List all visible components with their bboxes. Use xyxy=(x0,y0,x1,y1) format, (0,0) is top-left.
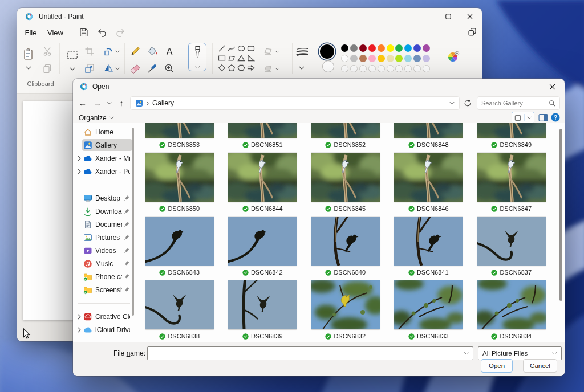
file-type-filter[interactable]: All Picture Files xyxy=(478,346,562,360)
palette-color[interactable] xyxy=(423,44,430,52)
forward-button[interactable]: → xyxy=(91,96,104,110)
palette-empty-slot[interactable] xyxy=(404,65,412,72)
shape-hexagon[interactable] xyxy=(237,64,245,72)
rotate-chevron-icon[interactable] xyxy=(115,50,120,53)
shape-outline-chevron-icon[interactable] xyxy=(275,50,279,53)
organize-button[interactable]: Organize xyxy=(79,112,114,123)
file-item[interactable]: DSCN6847 xyxy=(470,153,553,217)
palette-color[interactable] xyxy=(413,44,421,52)
file-item[interactable]: DSCN6832 xyxy=(304,280,387,342)
flip-button[interactable] xyxy=(103,63,113,74)
save-button[interactable] xyxy=(79,27,89,38)
palette-empty-slot[interactable] xyxy=(350,65,358,72)
resize-button[interactable] xyxy=(84,63,95,74)
file-item[interactable]: DSCN6852 xyxy=(304,123,387,153)
file-item[interactable]: DSCN6842 xyxy=(221,217,305,280)
paste-chevron-icon[interactable] xyxy=(26,66,31,70)
palette-color[interactable] xyxy=(395,55,403,62)
refresh-button[interactable] xyxy=(461,97,474,109)
palette-color[interactable] xyxy=(341,55,348,62)
back-button[interactable]: ← xyxy=(76,96,89,110)
crop-button[interactable] xyxy=(84,46,95,56)
file-item[interactable]: DSCN6837 xyxy=(470,217,553,280)
shape-line[interactable] xyxy=(218,44,226,52)
palette-empty-slot[interactable] xyxy=(378,65,385,72)
layers-button[interactable] xyxy=(468,27,477,36)
fill-tool-button[interactable] xyxy=(147,46,158,57)
sidebar-item-creative-cloud-f[interactable]: Creative Cloud F xyxy=(73,310,135,323)
shape-diamond[interactable] xyxy=(218,64,226,72)
file-item[interactable]: DSCN6851 xyxy=(221,123,305,153)
palette-color[interactable] xyxy=(423,55,430,62)
chevron-right-icon[interactable] xyxy=(75,314,83,320)
brushes-button[interactable] xyxy=(188,43,206,71)
file-name-input[interactable] xyxy=(148,349,464,357)
file-name-dropdown-icon[interactable] xyxy=(464,352,469,355)
pencil-tool-button[interactable] xyxy=(129,46,141,57)
palette-empty-slot[interactable] xyxy=(413,65,421,72)
paint-close-button[interactable] xyxy=(459,8,481,25)
palette-color[interactable] xyxy=(378,55,385,62)
file-item[interactable]: DSCN6834 xyxy=(470,280,553,342)
palette-color[interactable] xyxy=(359,55,367,62)
edit-colors-button[interactable] xyxy=(447,51,460,63)
cut-button[interactable] xyxy=(42,46,52,56)
address-dropdown-icon[interactable] xyxy=(449,101,455,105)
palette-color[interactable] xyxy=(404,44,412,52)
sidebar-item-screenshots[interactable]: Screenshots xyxy=(73,283,135,296)
flip-chevron-icon[interactable] xyxy=(115,67,120,70)
file-item[interactable]: DSCN6846 xyxy=(387,153,471,217)
select-chevron-icon[interactable] xyxy=(70,67,75,71)
palette-empty-slot[interactable] xyxy=(341,65,348,72)
secondary-color-swatch[interactable] xyxy=(322,60,334,72)
file-item[interactable]: DSCN6848 xyxy=(387,123,471,153)
up-button[interactable]: ↑ xyxy=(115,96,128,110)
palette-empty-slot[interactable] xyxy=(387,65,394,72)
text-tool-button[interactable]: A xyxy=(164,46,175,57)
palette-color[interactable] xyxy=(368,55,376,62)
chevron-right-icon[interactable] xyxy=(75,169,83,174)
palette-empty-slot[interactable] xyxy=(368,65,376,72)
preview-pane-button[interactable] xyxy=(538,113,548,122)
sidebar-item-pictures[interactable]: Pictures xyxy=(73,231,135,244)
palette-color[interactable] xyxy=(387,55,394,62)
palette-color[interactable] xyxy=(350,44,358,52)
sidebar-item-gallery[interactable]: Gallery xyxy=(73,138,135,152)
file-item[interactable]: DSCN6833 xyxy=(387,280,471,342)
copy-button[interactable] xyxy=(42,63,52,74)
address-bar[interactable]: › Gallery xyxy=(130,96,460,110)
shape-fill-button[interactable] xyxy=(263,64,273,73)
file-item[interactable]: DSCN6843 xyxy=(138,217,221,280)
shape-outline-button[interactable] xyxy=(263,47,273,56)
palette-color[interactable] xyxy=(387,44,394,52)
shape-fill-chevron-icon[interactable] xyxy=(275,67,279,70)
paint-minimize-button[interactable] xyxy=(416,8,437,25)
sidebar-item-phone-camer[interactable]: Phone camer xyxy=(73,270,135,283)
palette-empty-slot[interactable] xyxy=(359,65,367,72)
file-item[interactable]: DSCN6849 xyxy=(470,123,553,153)
sidebar-item-desktop[interactable]: Desktop xyxy=(73,191,135,205)
shape-oval[interactable] xyxy=(237,44,245,52)
search-input[interactable] xyxy=(481,100,546,107)
palette-color[interactable] xyxy=(413,55,421,62)
file-item[interactable]: DSCN6839 xyxy=(221,280,305,342)
palette-empty-slot[interactable] xyxy=(395,65,403,72)
file-item[interactable]: DSCN6845 xyxy=(304,153,387,217)
undo-button[interactable] xyxy=(97,27,107,38)
open-button[interactable]: Open xyxy=(481,359,513,373)
eyedropper-tool-button[interactable] xyxy=(147,63,158,74)
breadcrumb-location[interactable]: Gallery xyxy=(152,99,174,107)
paint-maximize-button[interactable] xyxy=(437,8,459,25)
palette-color[interactable] xyxy=(395,44,403,52)
sidebar-item-icloud-drive[interactable]: iCloud Drive xyxy=(73,323,135,336)
sidebar-item-videos[interactable]: Videos xyxy=(73,244,135,257)
shape-arrow[interactable] xyxy=(247,64,255,72)
stroke-width-chevron-icon[interactable] xyxy=(299,66,305,70)
shape-rounded-rectangle[interactable] xyxy=(247,44,255,52)
palette-color[interactable] xyxy=(341,44,348,52)
file-item[interactable]: DSCN6850 xyxy=(138,153,221,217)
sidebar-item-music[interactable]: Music xyxy=(73,257,135,270)
palette-color[interactable] xyxy=(404,55,412,62)
palette-color[interactable] xyxy=(359,44,367,52)
palette-color[interactable] xyxy=(368,44,376,52)
